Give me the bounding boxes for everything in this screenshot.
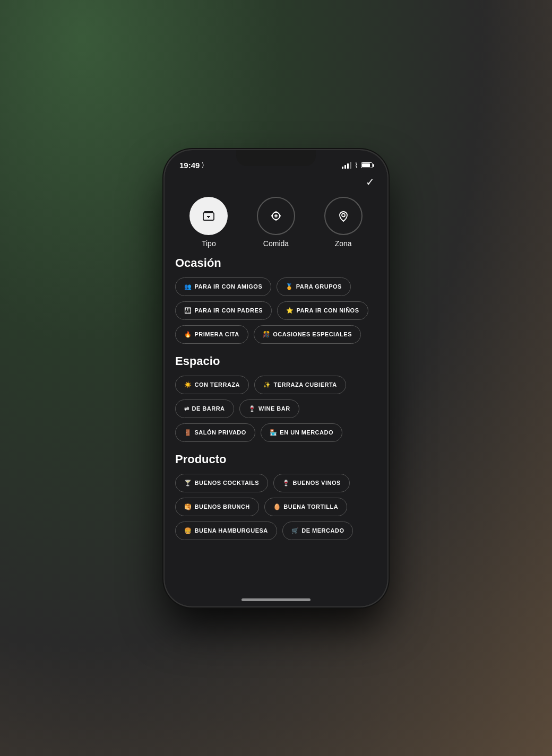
chip-label: PARA IR CON NIÑOS: [297, 307, 359, 314]
chip-buenos-cocktails[interactable]: 🍸 BUENOS COCKTAILS: [175, 474, 268, 492]
chip-label: BUENOS COCKTAILS: [195, 480, 259, 486]
chip-label: WINE BAR: [258, 405, 290, 412]
chip-para-ir-con-ninos[interactable]: ⭐ PARA IR CON NIÑOS: [277, 301, 368, 320]
chip-emoji: 🍔: [184, 527, 192, 534]
chip-emoji: ☀️: [184, 381, 192, 388]
chip-emoji: ✨: [263, 381, 271, 388]
chip-emoji: 🍷: [282, 480, 290, 486]
chip-label: PARA IR CON AMIGOS: [195, 283, 263, 290]
chip-label: DE BARRA: [192, 405, 225, 412]
chip-emoji: 🥚: [273, 503, 281, 510]
tab-tipo[interactable]: Tipo: [189, 197, 228, 248]
chip-label: EN UN MERCADO: [280, 429, 333, 436]
chip-label: TERRAZA CUBIERTA: [274, 381, 337, 388]
content-area: Ocasión 👥 PARA IR CON AMIGOS 🏅 PARA GRUP…: [165, 256, 387, 606]
tab-tipo-icon-circle: [189, 197, 228, 235]
chip-para-grupos[interactable]: 🏅 PARA GRUPOS: [277, 277, 351, 296]
chip-buena-hamburguesa[interactable]: 🍔 BUENA HAMBURGUESA: [175, 522, 277, 540]
chip-emoji: 🏪: [270, 429, 278, 436]
section-espacio-title: Espacio: [175, 354, 377, 368]
chip-para-ir-con-padres[interactable]: 👨‍👩‍👧 PARA IR CON PADRES: [175, 301, 272, 320]
chip-de-mercado[interactable]: 🛒 DE MERCADO: [282, 522, 353, 540]
chip-label: BUENA HAMBURGUESA: [195, 527, 268, 534]
tab-navigation: Tipo Comida: [165, 193, 387, 256]
chip-emoji: 👨‍👩‍👧: [184, 307, 192, 314]
chip-emoji: 🚪: [184, 429, 192, 436]
chip-de-barra[interactable]: ⇌ DE BARRA: [175, 399, 234, 418]
chip-label: PARA GRUPOS: [296, 283, 342, 290]
tab-comida-icon-circle: [257, 197, 295, 235]
chip-emoji: 🍸: [184, 480, 192, 486]
chip-con-terraza[interactable]: ☀️ CON TERRAZA: [175, 376, 249, 394]
tab-zona-icon-circle: [324, 197, 363, 235]
chip-emoji: 🥞: [184, 503, 192, 510]
signal-bars: [342, 162, 351, 169]
chip-emoji: ⇌: [184, 405, 189, 412]
tab-comida[interactable]: Comida: [257, 197, 295, 248]
chip-emoji: 🛒: [291, 527, 299, 534]
chip-emoji: 🎊: [263, 331, 271, 338]
chip-buena-tortilla[interactable]: 🥚 BUENA TORTILLA: [264, 498, 347, 516]
chip-label: SALÓN PRIVADO: [195, 429, 246, 436]
chip-label: CON TERRAZA: [195, 381, 240, 388]
header-action: ✓: [165, 173, 387, 193]
svg-point-13: [342, 213, 345, 216]
phone-device: 19:49 ⟩ ⌇ ✓: [165, 150, 387, 606]
chip-para-ir-con-amigos[interactable]: 👥 PARA IR CON AMIGOS: [175, 277, 271, 296]
section-producto-title: Producto: [175, 453, 377, 466]
chip-buenos-brunch[interactable]: 🥞 BUENOS BRUNCH: [175, 498, 259, 516]
chip-wine-bar[interactable]: 🍷 WINE BAR: [239, 399, 299, 418]
chip-label: PRIMERA CITA: [195, 331, 239, 337]
phone-notch: [236, 150, 316, 166]
chips-espacio: ☀️ CON TERRAZA ✨ TERRAZA CUBIERTA ⇌ DE B…: [175, 376, 377, 442]
chip-label: BUENA TORTILLA: [283, 503, 338, 510]
chip-emoji: 🔥: [184, 331, 192, 338]
home-indicator: [242, 598, 310, 601]
chip-emoji: 👥: [184, 283, 192, 290]
chip-label: PARA IR CON PADRES: [195, 307, 263, 314]
tab-zona-label: Zona: [335, 239, 352, 248]
section-producto: Producto 🍸 BUENOS COCKTAILS 🍷 BUENOS VIN…: [175, 453, 377, 540]
phone-wrapper: 19:49 ⟩ ⌇ ✓: [165, 150, 387, 606]
status-icons: ⌇: [342, 161, 373, 170]
chip-primera-cita[interactable]: 🔥 PRIMERA CITA: [175, 325, 248, 344]
chips-ocasion: 👥 PARA IR CON AMIGOS 🏅 PARA GRUPOS 👨‍👩‍👧…: [175, 277, 377, 344]
chip-label: DE MERCADO: [301, 527, 344, 534]
phone-screen: 19:49 ⟩ ⌇ ✓: [165, 150, 387, 606]
chip-en-un-mercado[interactable]: 🏪 EN UN MERCADO: [261, 423, 342, 442]
chip-label: OCASIONES ESPECIALES: [273, 331, 352, 337]
chip-emoji: 🏅: [286, 283, 294, 290]
chip-emoji: 🍷: [248, 405, 256, 412]
status-time: 19:49: [179, 161, 200, 170]
chip-salon-privado[interactable]: 🚪 SALÓN PRIVADO: [175, 423, 255, 442]
tab-zona[interactable]: Zona: [324, 197, 363, 248]
chip-buenos-vinos[interactable]: 🍷 BUENOS VINOS: [273, 474, 350, 492]
location-icon: ⟩: [202, 161, 204, 169]
chip-label: BUENOS VINOS: [292, 480, 340, 486]
chip-terraza-cubierta[interactable]: ✨ TERRAZA CUBIERTA: [254, 376, 346, 394]
confirm-button[interactable]: ✓: [366, 176, 375, 188]
wifi-icon: ⌇: [355, 161, 358, 170]
tab-comida-label: Comida: [263, 239, 289, 248]
chips-producto: 🍸 BUENOS COCKTAILS 🍷 BUENOS VINOS 🥞 BUEN…: [175, 474, 377, 540]
section-ocasion: Ocasión 👥 PARA IR CON AMIGOS 🏅 PARA GRUP…: [175, 256, 377, 344]
tab-tipo-label: Tipo: [202, 239, 216, 248]
battery-icon: [361, 162, 373, 168]
chip-emoji: ⭐: [286, 307, 294, 314]
section-espacio: Espacio ☀️ CON TERRAZA ✨ TERRAZA CUBIERT…: [175, 354, 377, 442]
chip-label: BUENOS BRUNCH: [195, 503, 250, 510]
section-ocasion-title: Ocasión: [175, 256, 377, 270]
chip-ocasiones-especiales[interactable]: 🎊 OCASIONES ESPECIALES: [254, 325, 361, 344]
